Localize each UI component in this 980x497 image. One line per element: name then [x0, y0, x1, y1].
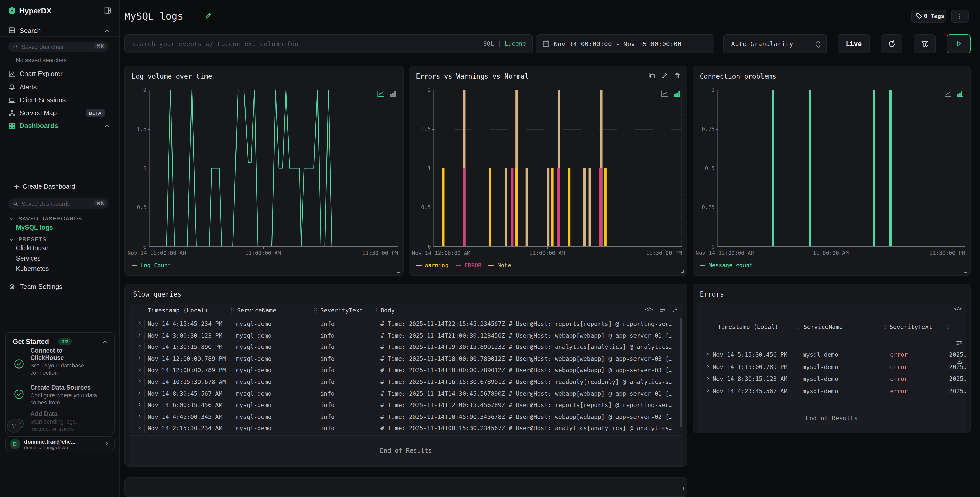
refresh-button[interactable] — [881, 35, 902, 54]
sidebar-item-service-map[interactable]: Service Map BETA — [0, 107, 119, 120]
column-header-body[interactable]: Body — [380, 307, 395, 314]
edit-title-icon[interactable] — [205, 12, 212, 19]
chart-plot-area[interactable] — [433, 90, 682, 247]
legend-item[interactable]: Note — [489, 262, 511, 269]
get-started-item[interactable]: Add Data Start sending logs, metrics, or… — [30, 410, 110, 432]
get-started-item[interactable]: Connect to ClickHouse Set up your databa… — [30, 347, 110, 376]
legend-item[interactable]: Log Count — [132, 262, 171, 269]
column-drag-icon[interactable] — [313, 307, 318, 313]
column-header-timestamp[interactable]: Timestamp (Local) — [718, 323, 778, 330]
sidebar-item-clickhouse[interactable]: ClickHouse — [16, 245, 48, 252]
chart-plot-area[interactable] — [717, 90, 965, 247]
table-row[interactable]: Nov 14 1:15:00.789 PM mysql-demo error 2… — [697, 361, 966, 373]
column-header-timestamp[interactable]: Timestamp (Local) — [148, 307, 208, 314]
x-tick-mark — [677, 247, 677, 249]
expand-row-icon[interactable] — [705, 375, 710, 381]
event-search-input[interactable]: Search your events w/ Lucene ex. column:… — [124, 35, 533, 54]
time-range-picker[interactable]: Nov 14 00:00:00 - Nov 15 00:00:00 — [536, 35, 714, 54]
expand-row-icon[interactable] — [705, 363, 710, 369]
table-row[interactable]: Nov 14 4:45:00.345 AM mysql-demo info # … — [129, 411, 683, 423]
panel-resize-handle[interactable] — [397, 270, 400, 273]
sidebar-item-alerts[interactable]: Alerts — [0, 81, 119, 94]
column-header-servicename[interactable]: ServiceName — [237, 307, 276, 314]
live-button[interactable]: Live — [838, 35, 870, 54]
panel-resize-handle[interactable] — [681, 270, 684, 273]
column-header-servicename[interactable]: ServiceName — [803, 323, 843, 330]
table-scrollbar[interactable] — [680, 318, 682, 427]
granularity-select[interactable]: Auto Granularity — [724, 35, 827, 54]
filter-button[interactable] — [914, 35, 936, 54]
create-dashboard-button[interactable]: Create Dashboard — [0, 182, 119, 193]
sidebar-item-services[interactable]: Services — [16, 255, 41, 262]
wrap-lines-icon[interactable] — [659, 306, 666, 313]
legend-item[interactable]: Message count — [700, 262, 753, 269]
table-row[interactable]: Nov 14 4:23:45.567 AM mysql-demo error 2… — [697, 385, 966, 397]
legend-item[interactable]: ERROR — [456, 262, 482, 269]
expand-row-icon[interactable] — [137, 332, 142, 338]
column-header-severitytext[interactable]: SeverityText — [320, 307, 363, 314]
column-header-severitytext[interactable]: SeverityText — [889, 323, 932, 330]
chevron-up-icon[interactable] — [102, 339, 108, 345]
lucene-toggle[interactable]: Lucene — [505, 40, 526, 47]
sql-toggle[interactable]: SQL — [483, 40, 494, 47]
table-row[interactable]: Nov 14 6:00:15.456 AM mysql-demo info # … — [129, 399, 683, 411]
expand-row-icon[interactable] — [137, 425, 142, 431]
get-started-item[interactable]: Create Data Sources Configure where your… — [30, 384, 110, 406]
table-row[interactable]: Nov 14 2:15:30.234 AM mysql-demo info # … — [129, 423, 683, 434]
column-drag-icon[interactable] — [882, 324, 887, 330]
sidebar-item-dashboards[interactable]: Dashboards — [0, 120, 119, 133]
expand-row-icon[interactable] — [137, 367, 142, 373]
table-row[interactable]: Nov 14 1:30:15.890 PM mysql-demo info # … — [129, 341, 683, 353]
expand-row-icon[interactable] — [137, 390, 142, 396]
expand-row-icon[interactable] — [137, 413, 142, 419]
table-row[interactable]: Nov 14 4:15:45.234 PM mysql-demo info # … — [129, 318, 683, 330]
table-row[interactable]: Nov 14 10:15:30.678 AM mysql-demo info #… — [129, 376, 683, 388]
x-tick-mark — [547, 247, 547, 249]
wrap-lines-icon[interactable] — [956, 340, 963, 346]
run-query-button[interactable] — [947, 35, 971, 54]
collapse-sidebar-icon[interactable] — [103, 7, 111, 14]
column-drag-icon[interactable] — [797, 324, 801, 330]
edit-panel-icon[interactable] — [661, 73, 668, 79]
sidebar-item-search[interactable]: Search — [0, 24, 119, 38]
chart-plot-area[interactable] — [149, 90, 398, 247]
sidebar-item-mysql-logs[interactable]: MySQL logs — [16, 224, 53, 231]
delete-panel-icon[interactable] — [674, 73, 681, 79]
table-row[interactable]: Nov 14 8:30:45.567 AM mysql-demo info # … — [129, 388, 683, 399]
chevron-up-icon[interactable] — [104, 123, 110, 129]
tags-button[interactable]: 0 Tags — [911, 10, 946, 22]
column-drag-icon[interactable] — [373, 307, 378, 313]
saved-dashboards-section-header[interactable]: SAVED DASHBOARDS — [0, 215, 119, 223]
table-row[interactable]: Nov 14 5:15:30.456 PM mysql-demo error 2… — [697, 349, 966, 361]
presets-section-header[interactable]: PRESETS — [0, 235, 119, 244]
expand-row-icon[interactable] — [705, 351, 710, 357]
table-row[interactable]: Nov 14 8:30:15.123 AM mysql-demo error 2… — [697, 373, 966, 385]
legend-item[interactable]: Warning — [416, 262, 449, 269]
sidebar-item-team-settings[interactable]: Team Settings — [0, 282, 119, 293]
table-row[interactable]: Nov 14 12:00:00.789 PM mysql-demo info #… — [129, 365, 683, 376]
expand-row-icon[interactable] — [137, 343, 142, 349]
help-button[interactable]: ? — [7, 419, 21, 433]
more-options-button[interactable]: ⋮ — [951, 10, 969, 22]
saved-searches-input[interactable]: Saved Searches ⌘K — [8, 41, 109, 52]
panel-resize-handle[interactable] — [681, 487, 684, 490]
duplicate-icon[interactable] — [648, 73, 655, 79]
user-menu[interactable]: D dominic.tran@clic... dominic.tran@clic… — [5, 437, 115, 451]
sidebar-item-chart-explorer[interactable]: Chart Explorer — [0, 68, 119, 81]
expand-row-icon[interactable] — [137, 402, 142, 408]
table-row[interactable]: Nov 14 3:00:30.123 PM mysql-demo info # … — [129, 330, 683, 341]
sidebar-item-client-sessions[interactable]: Client Sessions — [0, 94, 119, 107]
column-drag-icon[interactable] — [945, 324, 950, 330]
saved-dashboards-input[interactable]: Saved Dashboards ⌘K — [8, 198, 109, 209]
expand-row-icon[interactable] — [137, 355, 142, 361]
expand-row-icon[interactable] — [137, 378, 142, 384]
chevron-up-icon[interactable] — [104, 28, 110, 34]
expand-row-icon[interactable] — [137, 320, 142, 326]
code-view-icon[interactable]: </> — [645, 306, 652, 313]
expand-row-icon[interactable] — [705, 387, 710, 394]
panel-resize-handle[interactable] — [964, 270, 967, 273]
table-row[interactable]: Nov 14 12:00:00.789 PM mysql-demo info #… — [129, 353, 683, 365]
download-icon[interactable] — [673, 306, 679, 313]
sidebar-item-kubernetes[interactable]: Kubernetes — [16, 265, 49, 272]
column-drag-icon[interactable] — [230, 307, 234, 313]
